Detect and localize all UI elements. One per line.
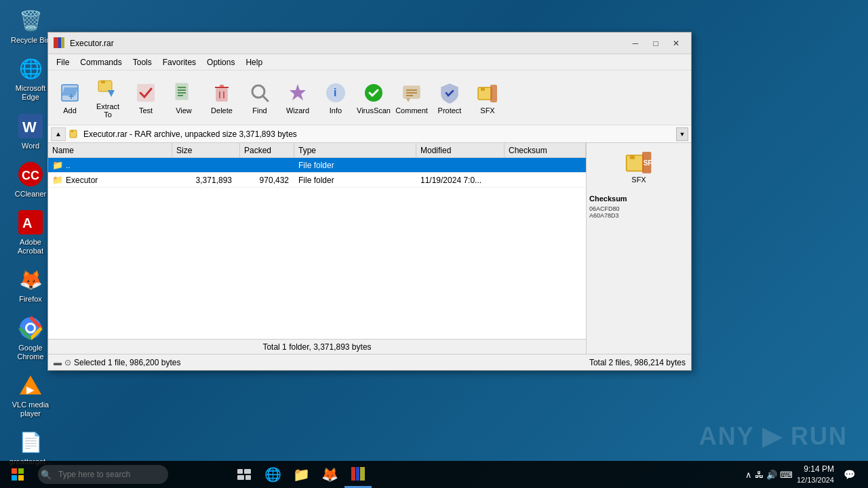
tray-network-icon[interactable]: 🖧 <box>755 470 764 480</box>
toolbar-virusscan-button[interactable]: VirusScan <box>356 77 391 118</box>
toolbar-extract-button[interactable]: Extract To <box>90 73 125 122</box>
toolbar-comment-button[interactable]: Comment <box>394 77 429 118</box>
col-checksum[interactable]: Checksum <box>505 143 586 157</box>
toolbar-wizard-button[interactable]: Wizard <box>280 77 315 118</box>
col-packed[interactable]: Packed <box>240 143 294 157</box>
svg-rect-13 <box>61 37 64 48</box>
table-row[interactable]: 📁 .. File folder <box>48 158 586 173</box>
tray-up-icon[interactable]: ∧ <box>745 470 752 480</box>
archive-icon <box>68 128 81 140</box>
toolbar-add-button[interactable]: + Add <box>52 77 87 118</box>
delete-icon <box>210 81 234 105</box>
toolbar-test-button[interactable]: Test <box>128 77 163 118</box>
menu-tools[interactable]: Tools <box>127 56 157 68</box>
svg-rect-61 <box>360 467 365 481</box>
svg-rect-56 <box>244 469 251 474</box>
table-row[interactable]: 📁 Executor 3,371,893 970,432 File folder… <box>48 173 586 188</box>
notification-button[interactable]: 💬 <box>838 461 860 488</box>
toolbar-sfx-button[interactable]: SFX <box>470 77 505 118</box>
protect-icon <box>437 81 462 105</box>
edge-icon: 🌐 <box>17 55 44 82</box>
taskbar: 🔍 🌐 📁 🦊 <box>0 461 868 488</box>
search-input[interactable] <box>38 465 168 484</box>
toolbar-delete-button[interactable]: Delete <box>204 77 239 118</box>
window-titlebar: Executor.rar ─ □ ✕ <box>48 33 691 54</box>
svg-rect-47 <box>627 155 644 171</box>
taskbar-explorer[interactable]: 📁 <box>288 461 315 488</box>
firefox-label: Firefox <box>19 295 42 304</box>
svg-rect-57 <box>237 475 244 480</box>
svg-rect-60 <box>356 467 359 481</box>
virusscan-label: VirusScan <box>357 106 391 115</box>
menu-help[interactable]: Help <box>240 56 268 68</box>
col-size[interactable]: Size <box>172 143 240 157</box>
file-packed-cell: 970,432 <box>240 173 294 187</box>
status-icon-2: ⊙ <box>64 358 71 367</box>
tray-keyboard-icon[interactable]: ⌨ <box>780 470 793 480</box>
menu-options[interactable]: Options <box>201 56 240 68</box>
toolbar-view-button[interactable]: View <box>166 77 201 118</box>
svg-rect-21 <box>176 83 188 100</box>
start-button[interactable] <box>3 461 33 488</box>
col-type[interactable]: Type <box>294 143 416 157</box>
sfx-label: SFX <box>480 106 494 115</box>
svg-rect-55 <box>237 469 243 474</box>
menu-commands[interactable]: Commands <box>75 56 127 68</box>
add-label: Add <box>63 106 77 115</box>
col-modified[interactable]: Modified <box>416 143 505 157</box>
svg-rect-37 <box>403 86 420 98</box>
winrar-window: Executor.rar ─ □ ✕ File Commands Tools F… <box>47 32 692 371</box>
comment-icon <box>399 81 424 105</box>
vlc-icon: ▶ <box>17 371 44 399</box>
addressbar-dropdown[interactable]: ▼ <box>676 127 688 141</box>
toolbar-info-button[interactable]: i Info <box>318 77 353 118</box>
svg-marker-33 <box>290 84 306 100</box>
view-label: View <box>176 106 192 115</box>
toolbar-find-button[interactable]: Find <box>242 77 277 118</box>
taskbar-firefox[interactable]: 🦊 <box>316 461 343 488</box>
menu-favorites[interactable]: Favorites <box>157 56 201 68</box>
file-checksum-cell <box>505 158 586 172</box>
toolbar: + Add Extract To <box>48 70 691 125</box>
comment-label: Comment <box>395 106 428 115</box>
up-button[interactable]: ▲ <box>51 127 66 141</box>
word-icon: W <box>17 113 44 140</box>
vlc-label: VLC media player <box>7 401 54 418</box>
svg-rect-58 <box>245 475 251 480</box>
sfx-right-label: SFX <box>631 176 646 184</box>
svg-rect-53 <box>12 475 17 481</box>
folder-icon: 📁 <box>52 175 63 186</box>
tray-speaker-icon[interactable]: 🔊 <box>766 470 777 480</box>
winrar-app-icon <box>54 37 66 49</box>
file-size-cell <box>172 158 240 172</box>
info-icon: i <box>323 81 348 105</box>
svg-marker-38 <box>406 98 410 102</box>
svg-rect-54 <box>18 475 24 481</box>
extract-label: Extract To <box>92 102 123 119</box>
svg-rect-52 <box>18 468 24 474</box>
taskbar-edge[interactable]: 🌐 <box>259 461 286 488</box>
sfx-big-icon: SFX <box>625 148 652 176</box>
toolbar-protect-button[interactable]: Protect <box>432 77 467 118</box>
desktop-icon-vlc[interactable]: ▶ VLC media player <box>7 371 54 418</box>
taskbar-task-view[interactable] <box>231 461 258 488</box>
svg-text:W: W <box>22 119 37 136</box>
file-type-cell: File folder <box>294 173 416 187</box>
sfx-right-panel: SFX SFX <box>625 148 652 184</box>
svg-text:i: i <box>334 87 336 98</box>
menu-file[interactable]: File <box>51 56 75 68</box>
maximize-button[interactable]: □ <box>646 36 665 51</box>
file-size-cell: 3,371,893 <box>172 173 240 187</box>
addressbar: ▲ Executor.rar - RAR archive, unpacked s… <box>48 125 691 143</box>
status-selected-text: Selected 1 file, 986,200 bytes <box>74 358 180 367</box>
clock[interactable]: 9:14 PM 12/13/2024 <box>797 464 834 485</box>
checksum-value-2: A60A78D3 <box>589 212 688 219</box>
chrome-icon <box>17 314 44 342</box>
status-icon-1: ▬ <box>54 358 62 367</box>
close-button[interactable]: ✕ <box>667 36 686 51</box>
taskbar-winrar[interactable] <box>344 461 372 488</box>
col-name[interactable]: Name <box>48 143 172 157</box>
search-wrapper: 🔍 <box>35 465 225 484</box>
minimize-button[interactable]: ─ <box>626 36 645 51</box>
anyrun-watermark: ANY ▶ RUN <box>699 422 848 451</box>
